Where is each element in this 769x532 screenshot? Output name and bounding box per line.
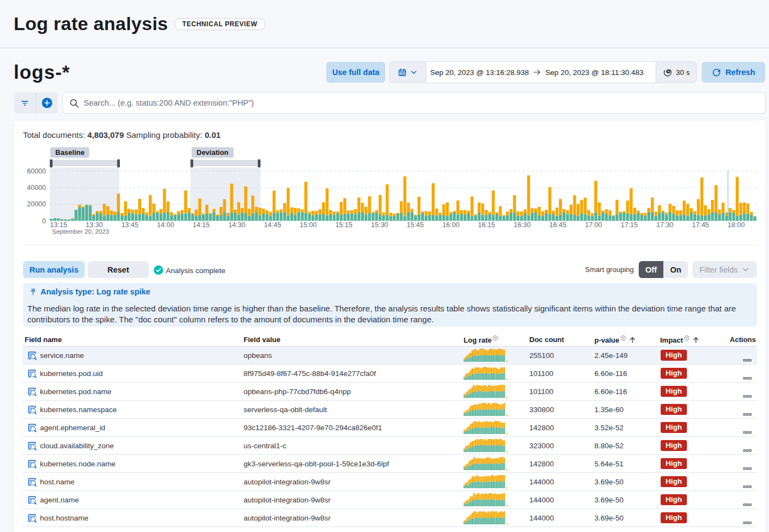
svg-text:16:45: 16:45 bbox=[550, 221, 566, 229]
svg-text:15:15: 15:15 bbox=[336, 221, 352, 229]
svg-text:0: 0 bbox=[42, 217, 46, 225]
svg-text:17:30: 17:30 bbox=[656, 221, 673, 229]
svg-text:13:45: 13:45 bbox=[122, 221, 138, 229]
svg-text:15:30: 15:30 bbox=[371, 221, 388, 229]
svg-text:September 20, 2023: September 20, 2023 bbox=[52, 228, 109, 235]
svg-text:17:00: 17:00 bbox=[585, 221, 602, 229]
svg-text:16:15: 16:15 bbox=[478, 221, 495, 229]
svg-text:?: ? bbox=[686, 336, 688, 340]
svg-text:14:30: 14:30 bbox=[228, 221, 245, 229]
svg-text:?: ? bbox=[494, 336, 496, 340]
svg-text:15:00: 15:00 bbox=[299, 221, 316, 229]
svg-text:14:45: 14:45 bbox=[264, 221, 281, 229]
svg-text:20000: 20000 bbox=[27, 200, 46, 208]
svg-text:16:30: 16:30 bbox=[513, 221, 530, 229]
svg-text:15:45: 15:45 bbox=[407, 221, 424, 229]
svg-text:40000: 40000 bbox=[27, 184, 46, 192]
svg-text:14:15: 14:15 bbox=[193, 221, 210, 229]
svg-text:13:15: 13:15 bbox=[50, 221, 67, 229]
svg-text:17:15: 17:15 bbox=[621, 221, 638, 229]
svg-text:14:00: 14:00 bbox=[157, 221, 174, 229]
svg-text:13:30: 13:30 bbox=[86, 221, 103, 229]
svg-text:17:45: 17:45 bbox=[692, 221, 709, 229]
svg-text:?: ? bbox=[622, 336, 624, 340]
svg-text:16:00: 16:00 bbox=[442, 221, 459, 229]
svg-text:60000: 60000 bbox=[27, 167, 46, 175]
svg-text:18:00: 18:00 bbox=[727, 221, 744, 229]
